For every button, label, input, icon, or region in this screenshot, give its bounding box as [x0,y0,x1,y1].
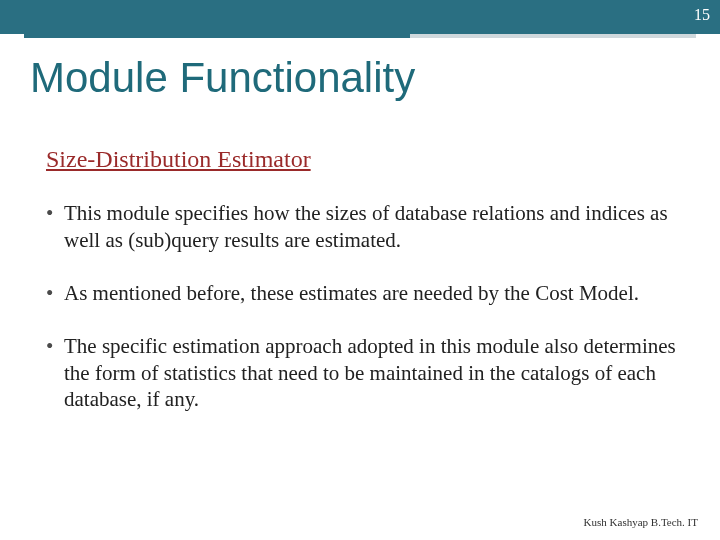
page-number: 15 [694,6,710,24]
bullet-text: This module specifies how the sizes of d… [64,200,682,254]
footer-credit: Kush Kashyap B.Tech. IT [584,516,698,528]
bullet-text: As mentioned before, these estimates are… [64,280,682,307]
bullet-text: The specific estimation approach adopted… [64,333,682,414]
list-item: • As mentioned before, these estimates a… [46,280,682,307]
bullet-icon: • [46,333,64,414]
underline-accent [24,34,410,38]
slide-subtitle: Size-Distribution Estimator [46,146,311,173]
bullet-list: • This module specifies how the sizes of… [46,200,682,439]
slide: 15 Module Functionality Size-Distributio… [0,0,720,540]
bullet-icon: • [46,280,64,307]
list-item: • This module specifies how the sizes of… [46,200,682,254]
underline-muted [410,34,696,38]
list-item: • The specific estimation approach adopt… [46,333,682,414]
bullet-icon: • [46,200,64,254]
header-underline [0,34,720,40]
slide-title: Module Functionality [30,54,415,102]
header-band: 15 [0,0,720,34]
